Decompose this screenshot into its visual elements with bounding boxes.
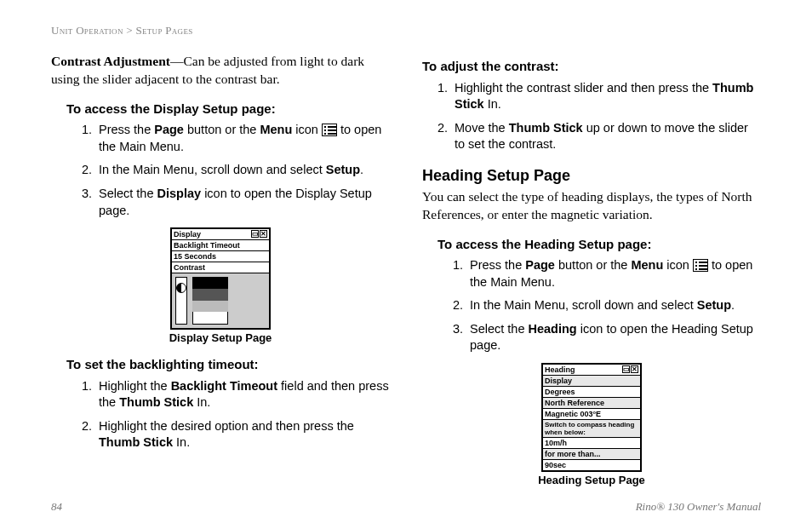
- steps-access-heading: Press the Page button or the Menu icon t…: [422, 257, 761, 354]
- step: Move the Thumb Stick up or down to move …: [451, 120, 761, 153]
- step: Select the Display icon to open the Disp…: [95, 186, 390, 219]
- figure-display-setup: Display▭✕ Backlight Timeout 15 Seconds C…: [51, 227, 390, 344]
- step: Press the Page button or the Menu icon t…: [466, 257, 761, 290]
- lead-term: Contrast Adjustment: [51, 54, 170, 68]
- step: In the Main Menu, scroll down and select…: [95, 162, 390, 179]
- proc-access-heading: To access the Heading Setup page:: [437, 236, 761, 253]
- heading-setup-screenshot: Heading▭✕ Display Degrees North Referenc…: [541, 363, 642, 472]
- proc-access-display: To access the Display Setup page:: [66, 101, 390, 118]
- breadcrumb: Unit Operation > Setup Pages: [51, 24, 761, 37]
- display-setup-screenshot: Display▭✕ Backlight Timeout 15 Seconds C…: [170, 227, 271, 330]
- steps-access-display: Press the Page button or the Menu icon t…: [51, 122, 390, 219]
- step: Highlight the contrast slider and then p…: [451, 80, 761, 113]
- step: Highlight the desired option and then pr…: [95, 418, 390, 451]
- step: Press the Page button or the Menu icon t…: [95, 122, 390, 155]
- menu-icon: [693, 259, 708, 272]
- proc-backlight-timeout: To set the backlighting timeout:: [66, 356, 390, 373]
- page-footer: 84 Rino® 130 Owner's Manual: [51, 500, 761, 514]
- step: Highlight the Backlight Timeout field an…: [95, 378, 390, 411]
- figure-caption: Display Setup Page: [51, 331, 390, 344]
- step: Select the Heading icon to open the Head…: [466, 321, 761, 354]
- contrast-description: Contrast Adjustment—Can be adjusted from…: [51, 53, 390, 89]
- breadcrumb-page: Setup Pages: [135, 24, 192, 37]
- steps-adjust-contrast: Highlight the contrast slider and then p…: [422, 80, 761, 153]
- proc-adjust-contrast: To adjust the contrast:: [422, 58, 761, 75]
- right-column: To adjust the contrast: Highlight the co…: [422, 53, 761, 498]
- figure-caption: Heading Setup Page: [422, 474, 761, 486]
- left-column: Contrast Adjustment—Can be adjusted from…: [51, 53, 390, 498]
- menu-icon: [322, 124, 337, 136]
- page-number: 84: [51, 500, 62, 514]
- breadcrumb-section: Unit Operation: [51, 24, 123, 37]
- heading-setup-title: Heading Setup Page: [422, 167, 761, 185]
- figure-heading-setup: Heading▭✕ Display Degrees North Referenc…: [422, 363, 761, 486]
- step: In the Main Menu, scroll down and select…: [466, 297, 761, 314]
- heading-setup-body: You can select the type of heading displ…: [422, 188, 761, 224]
- steps-backlight-timeout: Highlight the Backlight Timeout field an…: [51, 378, 390, 451]
- doc-title: Rino® 130 Owner's Manual: [636, 500, 761, 514]
